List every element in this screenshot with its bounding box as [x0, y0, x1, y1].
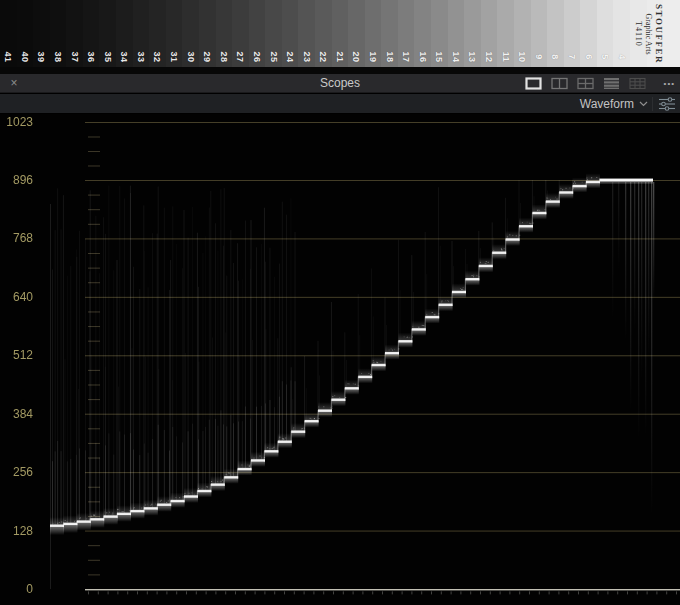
y-axis-tick-label: 256	[0, 465, 33, 479]
single-view-button[interactable]	[525, 77, 542, 90]
brand-line-1: STOUFFER	[652, 4, 663, 64]
wedge-step: 9	[531, 0, 548, 67]
wedge-step: 17	[398, 0, 415, 67]
wedge-step-number: 31	[169, 51, 179, 62]
wedge-step-number: 12	[484, 51, 494, 62]
chevron-down-icon	[639, 101, 648, 107]
wedge-step: 19	[365, 0, 382, 67]
wedge-step: 22	[315, 0, 332, 67]
waveform-scope: 10238967686405123842561280	[0, 114, 680, 605]
wedge-step: 5	[597, 0, 614, 67]
wedge-step: 34	[116, 0, 133, 67]
toolbar-divider	[652, 97, 653, 111]
scopes-window: 4140393837363534333231302928272625242322…	[0, 0, 680, 605]
y-axis-labels: 10238967686405123842561280	[0, 114, 33, 605]
wedge-step-number: 34	[119, 51, 129, 62]
wedge-step-number: 21	[335, 51, 345, 62]
wedge-step: 41	[0, 0, 17, 67]
wedge-step-number: 5	[600, 54, 610, 60]
y-axis-tick-label: 768	[0, 231, 33, 245]
y-axis-tick-label: 896	[0, 173, 33, 187]
wedge-step: 37	[66, 0, 83, 67]
wedge-step: 20	[348, 0, 365, 67]
wedge-step-number: 36	[86, 51, 96, 62]
wedge-step: 6	[580, 0, 597, 67]
wedge-step: 32	[149, 0, 166, 67]
wedge-step-number: 18	[385, 51, 395, 62]
step-wedge-image: 4140393837363534333231302928272625242322…	[0, 0, 680, 67]
scope-toolbar: Waveform	[0, 94, 680, 114]
wedge-step-number: 11	[501, 52, 511, 63]
scope-settings-button[interactable]	[658, 97, 676, 111]
strip-separator	[0, 67, 680, 74]
y-axis-tick-label: 384	[0, 407, 33, 421]
wedge-step: 18	[381, 0, 398, 67]
wedge-step: 31	[166, 0, 183, 67]
wedge-step	[663, 0, 680, 67]
scopes-titlebar: × Scopes	[0, 74, 680, 93]
wedge-step-number: 10	[517, 51, 527, 62]
wedge-step-number: 22	[318, 51, 328, 62]
wedge-step: 8	[547, 0, 564, 67]
four-up-view-button[interactable]	[577, 77, 594, 90]
wedge-step-number: 13	[467, 51, 477, 62]
wedge-step-number: 33	[136, 51, 146, 62]
rows-view-icon	[603, 77, 620, 90]
wedge-step-number: 20	[351, 51, 361, 62]
sliders-icon	[658, 97, 676, 111]
wedge-step-number: 26	[252, 51, 262, 62]
wedge-step-number: 23	[302, 51, 312, 62]
wedge-step: 13	[464, 0, 481, 67]
wedge-step: 21	[332, 0, 349, 67]
wedge-step: 11	[497, 0, 514, 67]
wedge-step-number: 19	[368, 51, 378, 62]
wedge-step: 35	[99, 0, 116, 67]
single-view-icon	[525, 77, 542, 90]
scope-mode-dropdown[interactable]: Waveform	[580, 94, 648, 114]
y-axis-tick-label: 128	[0, 524, 33, 538]
wedge-step-number: 25	[269, 51, 279, 62]
wedge-step: 26	[249, 0, 266, 67]
wedge-step-number: 27	[235, 51, 245, 62]
rows-view-button[interactable]	[603, 77, 620, 90]
wedge-step: 10	[514, 0, 531, 67]
wedge-step: 33	[133, 0, 150, 67]
wedge-step: 4	[613, 0, 630, 67]
wedge-step: 7	[564, 0, 581, 67]
wedge-step-number: 37	[70, 51, 80, 62]
wedge-step-number: 9	[534, 54, 544, 60]
four-up-view-icon	[577, 77, 594, 90]
wedge-step-number: 17	[401, 51, 411, 62]
wedge-step-number: 41	[3, 51, 13, 62]
wedge-step-number: 39	[36, 51, 46, 62]
panel-options-menu-button[interactable]: •••	[664, 74, 675, 93]
wedge-step-number: 15	[434, 51, 444, 62]
wedge-step-number: 8	[550, 54, 560, 60]
brand-line-2: Graphic Arts	[642, 4, 652, 64]
wedge-step: 14	[448, 0, 465, 67]
wedge-step: 39	[33, 0, 50, 67]
wedge-step-number: 28	[219, 51, 229, 62]
wedge-step-number: 38	[53, 51, 63, 62]
scope-layout-buttons	[525, 77, 646, 90]
wedge-step-number: 29	[202, 51, 212, 62]
wedge-step-number: 7	[567, 54, 577, 60]
wedge-step: 12	[481, 0, 498, 67]
brand-line-3: T4110	[632, 4, 642, 64]
wedge-step: 36	[83, 0, 100, 67]
wedge-step-number: 16	[418, 51, 428, 62]
wedge-step: 15	[431, 0, 448, 67]
grid-view-icon	[629, 77, 646, 90]
wedge-step: 38	[50, 0, 67, 67]
step-wedge-gradient: 4140393837363534333231302928272625242322…	[0, 0, 680, 67]
two-up-view-button[interactable]	[551, 77, 568, 90]
wedge-step-number: 40	[20, 51, 30, 62]
wedge-step: 30	[182, 0, 199, 67]
wedge-step: 25	[265, 0, 282, 67]
wedge-step: 23	[298, 0, 315, 67]
two-up-view-icon	[551, 77, 568, 90]
wedge-step: 27	[232, 0, 249, 67]
wedge-step: 16	[414, 0, 431, 67]
wedge-step-number: 35	[103, 51, 113, 62]
grid-view-button[interactable]	[629, 77, 646, 90]
